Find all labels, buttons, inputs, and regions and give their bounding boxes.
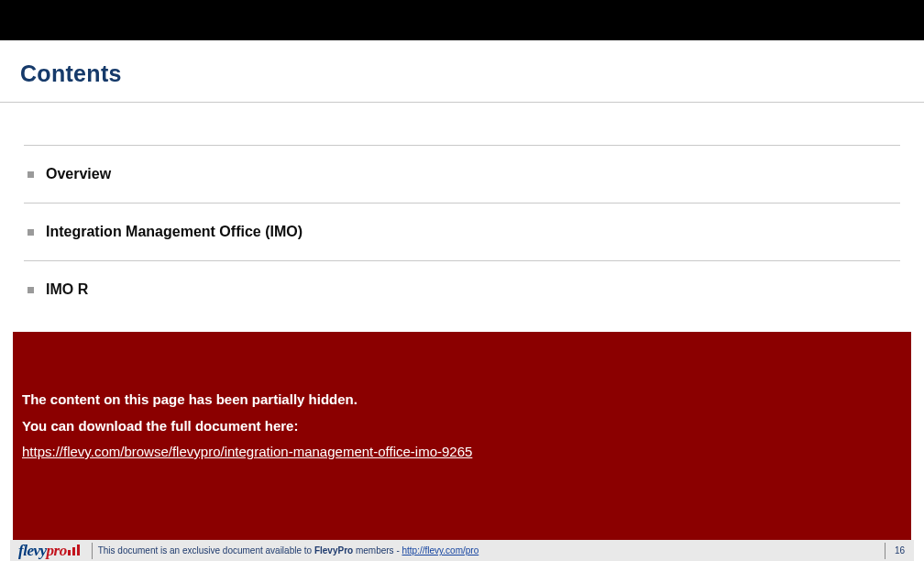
- top-black-bar: [0, 0, 924, 40]
- page-number: 16: [895, 545, 905, 556]
- footer-divider: [885, 543, 886, 559]
- hidden-content-overlay: The content on this page has been partia…: [13, 332, 911, 561]
- footer-right: 16: [875, 543, 914, 559]
- footer-link[interactable]: http://flevy.com/pro: [402, 545, 479, 556]
- footer-divider: [92, 543, 93, 559]
- bullet-icon: [28, 229, 34, 236]
- toc-item-label: Integration Management Office (IMO): [46, 224, 302, 240]
- bullet-icon: [28, 171, 34, 178]
- footer-members: FlevyPro: [314, 545, 353, 556]
- page-title: Contents: [20, 60, 900, 87]
- logo-bars-icon: [68, 544, 80, 556]
- toc-item: Integration Management Office (IMO): [24, 204, 900, 260]
- table-of-contents: Overview Integration Management Office (…: [0, 103, 924, 318]
- bullet-icon: [28, 287, 34, 293]
- footer-text-prefix: This document is an exclusive document a…: [98, 545, 314, 556]
- toc-item: Overview: [24, 146, 900, 203]
- toc-item: IMO R: [24, 261, 900, 318]
- toc-item-label: Overview: [46, 166, 111, 182]
- overlay-line-1: The content on this page has been partia…: [22, 387, 902, 413]
- logo-text-flevy: flevy: [18, 542, 47, 560]
- overlay-line-2: You can download the full document here:: [22, 413, 902, 440]
- logo-text-pro: pro: [47, 542, 67, 560]
- footer-text: This document is an exclusive document a…: [98, 545, 479, 556]
- slide-body: Contents Overview Integration Management…: [0, 40, 924, 318]
- footer-bar: flevypro This document is an exclusive d…: [10, 540, 914, 561]
- toc-item-label: IMO R: [46, 281, 88, 298]
- flevypro-logo: flevypro: [10, 542, 88, 560]
- overlay-download-link[interactable]: https://flevy.com/browse/flevypro/integr…: [22, 444, 472, 459]
- title-wrap: Contents: [0, 40, 924, 96]
- footer-text-suffix: members -: [353, 545, 402, 556]
